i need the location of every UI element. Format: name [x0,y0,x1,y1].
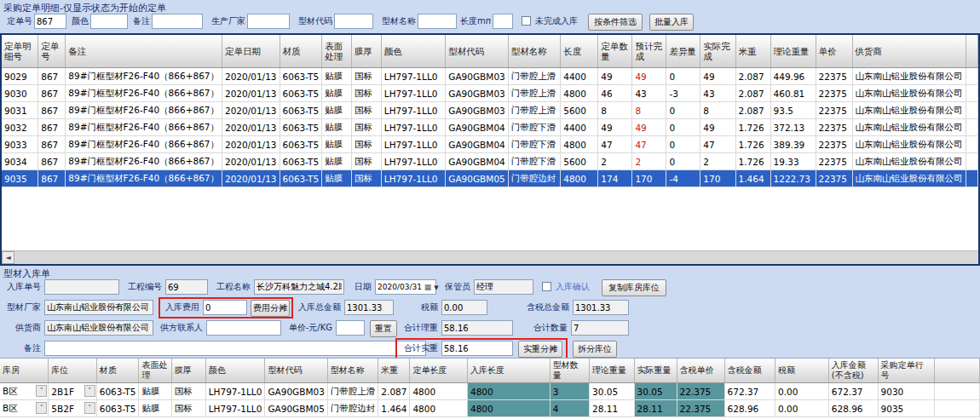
table-cell[interactable]: 2 [632,153,666,170]
column-header[interactable]: 膜厚 [351,35,381,68]
horizontal-scrollbar[interactable]: ◄ [2,250,978,264]
table-row[interactable]: 902986789#门框型材F26-F40（866+867）2020/01/13… [2,68,978,85]
table-cell[interactable]: 5600 [561,102,598,119]
unit-price-input[interactable] [336,320,365,336]
table-cell[interactable]: 4 [550,400,589,417]
table-cell[interactable]: 0 [666,102,700,119]
table-cell[interactable] [966,170,977,187]
table-cell[interactable]: 49 [700,68,735,85]
table-cell[interactable]: 867 [38,136,66,153]
table-cell[interactable]: GA90GBM04 [446,136,508,153]
table-cell[interactable]: -4 [666,170,700,187]
column-header[interactable]: 米重 [378,359,410,383]
table-cell[interactable]: 9035 [2,170,38,187]
chevron-down-icon[interactable]: ˅ [84,385,95,397]
table-cell[interactable] [966,68,977,85]
column-header[interactable]: 差异量 [666,35,700,68]
column-header[interactable]: 入库金额(不含税) [828,359,878,383]
table-cell[interactable]: 贴膜 [139,400,171,417]
table-cell[interactable]: 山东南山铝业股份有限公司 [852,136,966,153]
table-cell[interactable]: 43 [700,85,735,102]
table-cell[interactable]: 8 [632,102,666,119]
table-cell[interactable]: 0 [666,136,700,153]
filter-by-condition-button[interactable]: 按条件筛选 [588,14,643,31]
table-cell[interactable]: 贴膜 [322,85,352,102]
table-cell[interactable]: 国标 [351,85,381,102]
tax-input[interactable] [441,300,487,315]
column-header[interactable]: 定单号 [38,35,66,68]
profile-code-filter-input[interactable] [334,14,373,29]
supplier-input[interactable] [44,320,153,336]
table-cell[interactable]: 3 [550,383,589,400]
table-cell[interactable]: 9030 [2,85,38,102]
table-cell[interactable]: 22375 [816,68,852,85]
table-cell[interactable]: 6063-T5 [280,170,322,187]
column-header[interactable]: 材质 [280,35,322,68]
table-cell[interactable]: 0 [666,119,700,136]
table-cell[interactable]: 174 [598,170,632,187]
table-cell[interactable]: 门带腔下滑 [508,119,560,136]
purchase-orders-table[interactable]: 定单明细号定单号备注定单日期材质表面处理膜厚颜色型材代码型材名称长度定单数量预计… [2,35,978,187]
table-cell[interactable]: 2020/01/13 [222,153,280,170]
table-cell[interactable]: 4800 [561,136,598,153]
column-header[interactable]: 型材代码 [446,35,508,68]
project-name-input[interactable] [254,279,344,295]
inbound-total-input[interactable] [344,300,394,315]
table-cell[interactable]: 贴膜 [322,170,352,187]
table-cell[interactable]: 山东南山铝业股份有限公司 [852,153,966,170]
table-cell[interactable]: 22375 [816,136,852,153]
column-header[interactable]: 定单数量 [598,35,632,68]
table-cell[interactable]: 山东南山铝业股份有限公司 [852,102,966,119]
table-cell[interactable]: 867 [38,85,66,102]
table-cell[interactable]: LH797-1LL0 [205,383,265,400]
table-cell[interactable]: 9034 [2,153,38,170]
table-cell[interactable]: 国标 [171,383,205,400]
unfinished-inbound-checkbox[interactable] [522,16,531,26]
column-header[interactable]: 颜色 [205,359,265,383]
table-cell[interactable]: 9031 [2,102,38,119]
table-cell[interactable]: 1.726 [735,119,770,136]
table-cell[interactable]: GA90GBM05 [446,170,508,187]
table-cell[interactable]: 49 [632,119,666,136]
actual-weight-allocate-button[interactable]: 实重分摊 [518,341,562,358]
table-cell[interactable]: 28.11 [590,400,635,417]
supplier-contact-input[interactable] [206,320,281,336]
table-cell[interactable]: 46 [598,85,632,102]
table-cell[interactable]: 22375 [816,153,852,170]
column-header[interactable]: 定单长度 [410,359,468,383]
table-cell[interactable]: 460.81 [770,85,816,102]
column-header[interactable]: 实际重量 [634,359,677,383]
inbound-items-table[interactable]: 库房库位材质表面处理膜厚颜色型材代码型材名称米重定单长度入库长度型材数量理论重量… [0,359,980,417]
table-cell[interactable]: 4400 [561,68,598,85]
table-cell[interactable] [966,119,977,136]
inbound-confirm-checkbox[interactable] [542,282,551,291]
table-cell[interactable]: 国标 [351,119,381,136]
total-qty-input[interactable] [571,320,629,336]
table-cell[interactable]: 贴膜 [322,68,352,85]
table-cell[interactable]: 867 [38,102,66,119]
table-cell[interactable]: 山东南山铝业股份有限公司 [852,85,966,102]
table-row[interactable]: 903286789#门框型材F26-F40（866+867）2020/01/13… [2,119,978,136]
table-cell[interactable]: 门带腔边封 [508,170,560,187]
table-row[interactable]: 903186789#门框型材F26-F40（866+867）2020/01/13… [2,102,978,119]
table-cell[interactable]: 贴膜 [322,136,352,153]
column-header[interactable]: 长度 [561,35,598,68]
table-cell[interactable]: 672.37 [828,383,878,400]
column-header[interactable]: 颜色 [381,35,446,68]
table-row[interactable]: 903386789#门框型材F26-F40（866+867）2020/01/13… [2,136,978,153]
table-cell[interactable]: 8 [598,102,632,119]
table-cell[interactable]: 1.464 [735,170,770,187]
table-cell[interactable]: 5B2F˅ [49,400,96,417]
table-cell[interactable]: LH797-1LL0 [381,136,446,153]
table-cell[interactable]: 89#门框型材F26-F40（866+867） [66,153,222,170]
table-cell[interactable]: 9029 [2,68,38,85]
remark-filter-input[interactable] [152,14,203,29]
table-cell[interactable]: 6063-T5 [280,153,322,170]
table-cell[interactable]: 2020/01/13 [222,85,280,102]
column-header[interactable]: 定单明细号 [2,35,38,68]
table-row[interactable]: B区˅2B1F˅6063-T5贴膜国标LH797-1LL0GA90GBM03门带… [0,383,980,400]
total-with-tax-input[interactable] [573,300,629,315]
table-cell[interactable]: 5600 [561,153,598,170]
table-cell[interactable]: 国标 [351,136,381,153]
table-cell[interactable]: 0.00 [775,383,829,400]
